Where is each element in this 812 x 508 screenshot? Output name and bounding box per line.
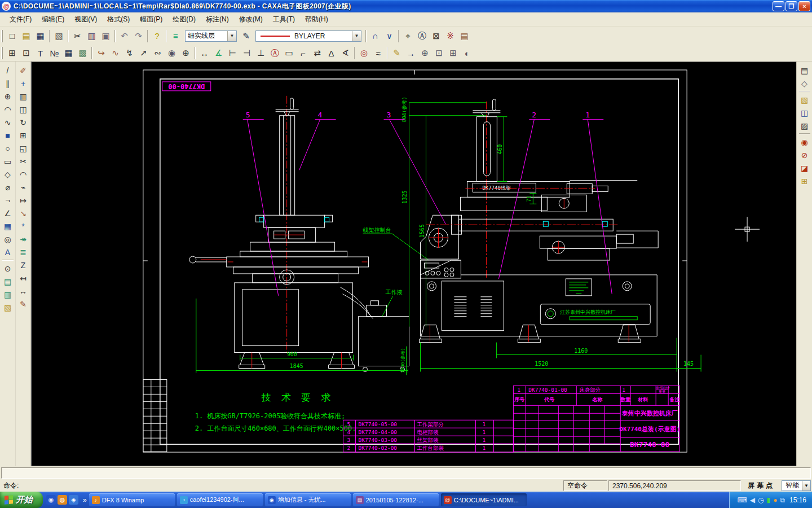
polar-icon[interactable]: ∨ bbox=[382, 29, 396, 43]
trim-tool-icon[interactable]: ✂ bbox=[16, 155, 30, 168]
offset-tool-icon[interactable]: ↠ bbox=[16, 233, 30, 246]
command-prompt[interactable]: 命令: bbox=[0, 481, 563, 491]
tray-clock[interactable]: 15:16 bbox=[789, 496, 806, 504]
hatch-tool-icon[interactable]: ▦ bbox=[1, 220, 15, 233]
color-pen-icon[interactable]: ✎ bbox=[239, 29, 253, 43]
erase-tool-icon[interactable]: ✐ bbox=[16, 64, 30, 77]
dim-datum-icon[interactable]: Δ bbox=[324, 46, 338, 60]
block-make-icon[interactable]: ⊞ bbox=[798, 174, 811, 187]
solid-fill-icon[interactable]: ■ bbox=[1, 129, 15, 142]
zoom-prev-icon[interactable]: ⊡ bbox=[432, 46, 446, 60]
zoom-fit-icon[interactable]: ⊞ bbox=[5, 46, 19, 60]
ole-2-icon[interactable]: ⊘ bbox=[798, 148, 811, 161]
zoom-dyn-icon[interactable]: ◐ bbox=[460, 46, 474, 60]
arrow-icon[interactable]: ↗ bbox=[136, 46, 151, 60]
dim-linear-icon[interactable]: ↔ bbox=[197, 46, 211, 60]
color-combo-arrow[interactable]: ▼ bbox=[352, 31, 361, 41]
print-icon[interactable]: ▧ bbox=[52, 29, 66, 43]
task-message[interactable]: ◉增加信息 - 无忧... bbox=[265, 493, 351, 506]
dim-leader-icon[interactable]: ⌐ bbox=[296, 46, 310, 60]
library-2-icon[interactable]: ▥ bbox=[1, 288, 15, 301]
menu-item-9[interactable]: 帮助(H) bbox=[300, 13, 333, 26]
paste-icon[interactable]: ▣ bbox=[99, 29, 113, 43]
break-line-icon[interactable]: ↯ bbox=[122, 46, 136, 60]
color-combo[interactable]: BYLAYER ▼ bbox=[255, 30, 361, 42]
tray-network-icon[interactable]: ⧉ bbox=[780, 497, 785, 503]
fillet-tool-icon[interactable]: ◠ bbox=[16, 168, 30, 181]
library-1-icon[interactable]: ▤ bbox=[1, 275, 15, 288]
cut-icon[interactable]: ✂ bbox=[70, 29, 85, 43]
hand-icon[interactable]: → bbox=[404, 46, 418, 60]
dim-frame-icon[interactable]: ▭ bbox=[282, 46, 296, 60]
help-icon[interactable]: ? bbox=[150, 29, 164, 43]
open-icon[interactable]: ▤ bbox=[19, 29, 33, 43]
zorder-tool-icon[interactable]: Z bbox=[16, 259, 30, 271]
library-3-icon[interactable]: ▧ bbox=[1, 301, 15, 314]
render-icon[interactable]: ◫ bbox=[798, 106, 811, 119]
line-tool-icon[interactable]: / bbox=[1, 64, 15, 77]
task-winrar[interactable]: ▤20150105-122812-... bbox=[353, 493, 439, 506]
polyline-tool-icon[interactable]: ¬ bbox=[1, 194, 15, 207]
close-button[interactable]: × bbox=[798, 1, 810, 11]
polygon-tool-icon[interactable]: ◇ bbox=[1, 168, 15, 181]
save-block-icon[interactable]: ▨ bbox=[798, 119, 811, 132]
bubble-icon[interactable]: ◉ bbox=[165, 46, 179, 60]
break-tool-icon[interactable]: ⌁ bbox=[16, 181, 30, 194]
sketch-icon[interactable]: ✎ bbox=[390, 46, 404, 60]
drawing-canvas[interactable]: DK7740-00 bbox=[31, 62, 796, 466]
ortho-icon[interactable]: ∩ bbox=[368, 29, 382, 43]
menu-item-1[interactable]: 编辑(E) bbox=[37, 13, 69, 26]
view-3d-icon[interactable]: ◇ bbox=[798, 77, 811, 90]
table-icon[interactable]: ▦ bbox=[61, 46, 76, 60]
parallel-tool-icon[interactable]: ∥ bbox=[1, 77, 15, 90]
pick-filter-icon[interactable]: ⊠ bbox=[429, 29, 443, 43]
layer-manager-icon[interactable]: ≡ bbox=[169, 29, 183, 43]
menu-item-7[interactable]: 修改(M) bbox=[234, 13, 268, 26]
menu-item-3[interactable]: 格式(S) bbox=[102, 13, 135, 26]
menu-item-8[interactable]: 工具(T) bbox=[268, 13, 300, 26]
toolbar-grip[interactable] bbox=[1, 47, 3, 59]
array-tool-icon[interactable]: ⊞ bbox=[16, 129, 30, 142]
zoom-window-icon[interactable]: ⊡ bbox=[19, 46, 33, 60]
redo-icon[interactable]: ↷ bbox=[131, 29, 145, 43]
pick-all-icon[interactable]: ※ bbox=[443, 29, 457, 43]
arc-tool-icon[interactable]: ◠ bbox=[1, 103, 15, 116]
save-icon[interactable]: ▦ bbox=[33, 29, 47, 43]
menu-item-2[interactable]: 视图(V) bbox=[69, 13, 102, 26]
menu-item-5[interactable]: 绘图(D) bbox=[167, 13, 201, 26]
region-tool-icon[interactable]: ◎ bbox=[1, 233, 15, 246]
open-block-icon[interactable]: ▧ bbox=[798, 93, 811, 106]
quick-launch-chevron[interactable]: » bbox=[82, 496, 88, 504]
snap-mode-combo[interactable]: 智能 ▼ bbox=[782, 480, 811, 491]
image-icon[interactable]: ▩ bbox=[76, 46, 90, 60]
ellipse-tool-icon[interactable]: ○ bbox=[1, 142, 15, 155]
command-history[interactable] bbox=[0, 466, 812, 480]
dim-arc-icon[interactable]: ∢ bbox=[338, 46, 352, 60]
dim-edit-icon[interactable]: ↤ bbox=[16, 271, 30, 284]
rotate-tool-icon[interactable]: ↻ bbox=[16, 116, 30, 129]
contour-icon[interactable]: ∾ bbox=[151, 46, 165, 60]
tray-clock-icon[interactable]: ◷ bbox=[758, 497, 764, 503]
new-view-icon[interactable]: ▤ bbox=[798, 64, 811, 77]
undo-icon[interactable]: ↶ bbox=[117, 29, 131, 43]
layer-move-icon[interactable]: ≣ bbox=[16, 246, 30, 259]
ole-3-icon[interactable]: ◪ bbox=[798, 161, 811, 174]
dim-baseline-icon[interactable]: ⊢ bbox=[226, 46, 240, 60]
measure-icon[interactable]: ≈ bbox=[371, 46, 385, 60]
tray-collapse-icon[interactable]: ◀ bbox=[750, 497, 755, 503]
paste-sel-icon[interactable]: ◱ bbox=[16, 142, 30, 155]
dim-angle-icon[interactable]: ∡ bbox=[211, 46, 226, 60]
snap-mode-arrow[interactable]: ▼ bbox=[802, 481, 810, 491]
copy-icon[interactable]: ▥ bbox=[85, 29, 99, 43]
title-bar[interactable]: @ C:\DOCUME~1\ADMINI~1\LOCALS~1\Temp\Rar… bbox=[0, 0, 812, 12]
renumber-icon[interactable]: № bbox=[47, 46, 61, 60]
zoom-in-icon[interactable]: ⊕ bbox=[418, 46, 432, 60]
hatch-ellipse-icon[interactable]: ⌀ bbox=[1, 181, 15, 194]
circle-tool-icon[interactable]: ⊕ bbox=[1, 90, 15, 103]
menu-item-6[interactable]: 标注(N) bbox=[201, 13, 234, 26]
quicklaunch-browser-icon[interactable]: ◉ bbox=[46, 495, 56, 505]
explode-tool-icon[interactable]: * bbox=[16, 220, 30, 233]
quicklaunch-mail-icon[interactable]: ◈ bbox=[69, 495, 78, 505]
angle-line-icon[interactable]: ∠ bbox=[1, 207, 15, 220]
layer-combo[interactable]: 细实线层 ▼ bbox=[185, 30, 237, 42]
